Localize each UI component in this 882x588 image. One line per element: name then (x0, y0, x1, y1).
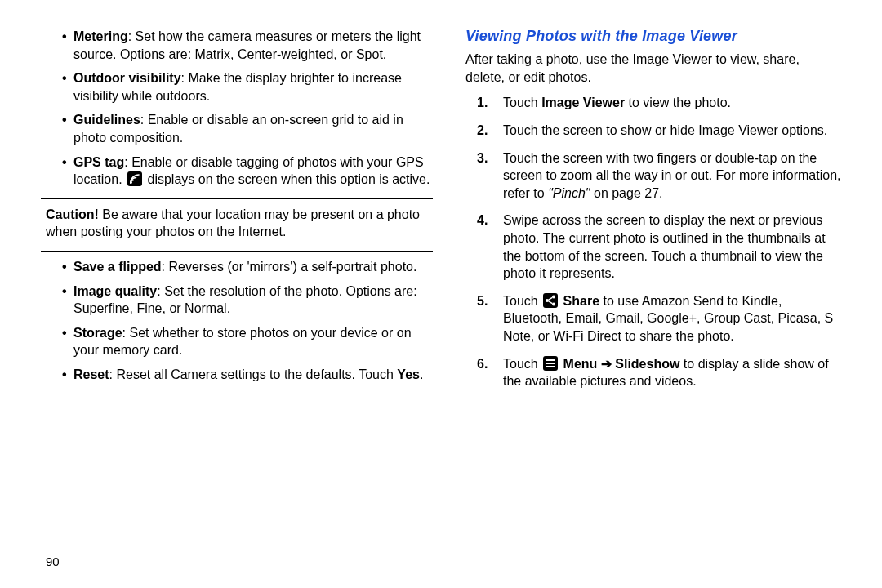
gps-signal-icon (127, 172, 142, 186)
term: Guidelines (74, 113, 140, 127)
svg-line-4 (549, 297, 553, 300)
divider-top (41, 198, 433, 199)
term: Save a flipped (74, 260, 162, 274)
bold: Share (559, 294, 599, 308)
term: Reset (74, 368, 109, 381)
bullet-guidelines: Guidelines: Enable or disable an on-scre… (74, 111, 433, 146)
bullet-gps-tag: GPS tag: Enable or disable tagging of ph… (74, 154, 433, 189)
bullet-image-quality: Image quality: Set the resolution of the… (74, 283, 433, 318)
italic: "Pinch" (548, 186, 590, 200)
section-heading: Viewing Photos with the Image Viewer (466, 26, 841, 46)
bold: Menu (559, 357, 601, 371)
svg-line-5 (549, 301, 553, 304)
bullet-metering: Metering: Set how the camera measures or… (74, 28, 433, 63)
settings-bullets-bottom: Save a flipped: Reverses (or 'mirrors') … (41, 258, 433, 384)
term: GPS tag (74, 155, 124, 169)
bullet-outdoor-visibility: Outdoor visibility: Make the display bri… (74, 69, 433, 105)
svg-point-3 (552, 302, 555, 305)
step-2: 2.Touch the screen to show or hide Image… (503, 122, 841, 140)
menu-icon (543, 356, 558, 371)
step-number: 5. (477, 292, 488, 310)
desc-post: displays on the screen when this option … (144, 172, 430, 186)
arrow-icon: ➔ (601, 357, 612, 371)
bullet-reset: Reset: Reset all Camera settings to the … (74, 366, 433, 384)
svg-point-0 (130, 181, 132, 184)
t: on page 27. (590, 186, 663, 200)
svg-point-1 (552, 295, 555, 298)
bold: Slideshow (612, 357, 680, 371)
bullet-storage: Storage: Set whether to store photos on … (74, 324, 433, 359)
step-number: 4. (477, 212, 488, 229)
right-column: Viewing Photos with the Image Viewer Aft… (441, 26, 841, 588)
t: Swipe across the screen to display the n… (503, 213, 826, 280)
desc: : Set whether to store photos on your de… (74, 326, 412, 358)
intro-text: After taking a photo, use the Image View… (466, 51, 841, 86)
page-number: 90 (46, 555, 60, 568)
step-3: 3.Touch the screen with two fingers or d… (503, 149, 841, 203)
t: Touch the screen to show or hide Image V… (503, 123, 827, 137)
step-6: 6.Touch Menu ➔ Slideshow to display a sl… (503, 355, 841, 390)
term: Storage (74, 326, 122, 340)
step-5: 5.Touch Share to use Amazon Send to Kind… (503, 292, 841, 345)
left-column: Metering: Set how the camera measures or… (41, 26, 441, 588)
desc: : Reverses (or 'mirrors') a self-portrai… (162, 260, 417, 274)
yes-label: Yes (397, 368, 420, 381)
share-icon (543, 293, 558, 308)
step-number: 3. (477, 149, 488, 167)
step-number: 2. (477, 122, 488, 140)
manual-page: Metering: Set how the camera measures or… (0, 0, 882, 588)
term: Outdoor visibility (74, 71, 181, 85)
steps-list: 1.Touch Image Viewer to view the photo. … (466, 94, 841, 390)
divider-bottom (41, 251, 433, 252)
step-number: 6. (477, 355, 488, 373)
svg-point-2 (546, 299, 549, 302)
bullet-save-flipped: Save a flipped: Reverses (or 'mirrors') … (74, 258, 433, 276)
step-1: 1.Touch Image Viewer to view the photo. (503, 94, 841, 112)
desc-pre: : Reset all Camera settings to the defau… (109, 368, 398, 381)
term: Image quality (74, 284, 157, 298)
t: to view the photo. (625, 96, 731, 109)
step-4: 4.Swipe across the screen to display the… (503, 212, 841, 282)
step-number: 1. (477, 94, 488, 112)
term: Metering (74, 29, 128, 43)
t: Touch (503, 96, 541, 109)
caution-text: Be aware that your location may be prese… (46, 207, 420, 239)
t: Touch (503, 294, 541, 308)
settings-bullets-top: Metering: Set how the camera measures or… (41, 28, 433, 189)
desc-post: . (420, 368, 423, 381)
caution-label: Caution! (46, 207, 99, 221)
caution-block: Caution! Be aware that your location may… (46, 206, 428, 241)
t: Touch (503, 357, 541, 371)
bold: Image Viewer (541, 96, 625, 109)
